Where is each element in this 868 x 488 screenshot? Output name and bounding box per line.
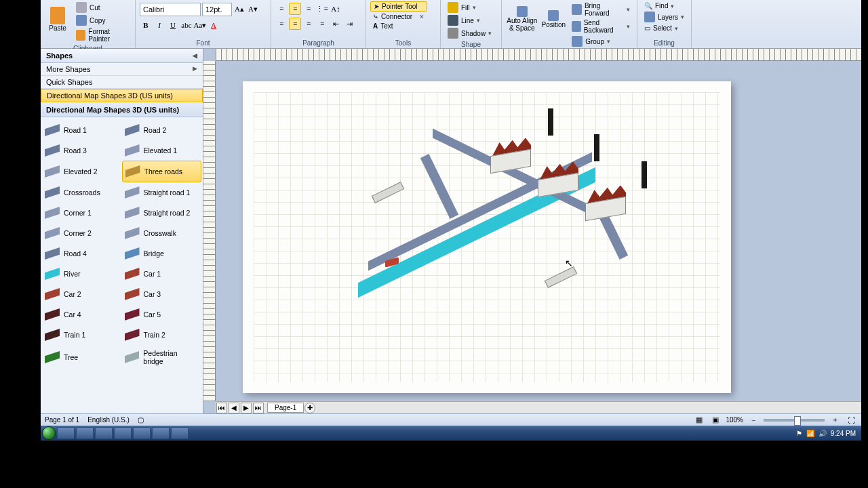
italic-button[interactable]: I (153, 19, 165, 31)
shape-chimney-3[interactable] (642, 161, 647, 188)
taskbar-explorer[interactable] (76, 427, 94, 439)
bold-button[interactable]: B (140, 19, 152, 31)
layers-button[interactable]: Layers▾ (642, 11, 687, 23)
shape-stencil-item[interactable]: Car 1 (122, 264, 202, 284)
shape-stencil-item[interactable]: Road 4 (42, 243, 122, 264)
zoom-in-button[interactable]: ＋ (829, 414, 841, 426)
shape-stencil-item[interactable]: Road 3 (42, 140, 122, 161)
fit-page-button[interactable]: ⛶ (845, 414, 857, 426)
shape-stencil-item[interactable]: Road 2 (122, 120, 202, 140)
text-tool-button[interactable]: AText (370, 22, 427, 30)
canvas-scroll[interactable]: ↖ (216, 61, 861, 401)
paste-button[interactable]: Paste (45, 1, 71, 37)
find-button[interactable]: 🔍Find▾ (642, 1, 687, 10)
indent-inc-button[interactable]: ⇥ (343, 18, 355, 30)
align-bottom-button[interactable]: ≡ (302, 3, 315, 15)
font-size-combo[interactable] (202, 3, 232, 16)
auto-align-button[interactable]: Auto Align & Space (506, 1, 538, 37)
shrink-font-button[interactable]: A▾ (247, 3, 259, 15)
nav-first-button[interactable]: ⏮ (216, 403, 227, 413)
shape-stencil-item[interactable]: Elevated 2 (42, 161, 122, 182)
shape-stencil-item[interactable]: Pedestrian bridge (122, 345, 202, 369)
shape-stencil-item[interactable]: River (42, 264, 122, 284)
taskbar-media[interactable] (95, 427, 113, 439)
cut-button[interactable]: Cut (73, 1, 131, 14)
underline-button[interactable]: U (167, 19, 179, 31)
shape-factory-2[interactable] (538, 176, 578, 194)
group-button[interactable]: Group▾ (569, 35, 633, 47)
shape-stencil-item[interactable]: Elevated 1 (122, 140, 202, 161)
shape-stencil-item[interactable]: Car 2 (42, 284, 122, 304)
shadow-button[interactable]: Shadow▾ (445, 27, 494, 39)
case-button[interactable]: Aa▾ (194, 19, 206, 31)
shape-stencil-item[interactable]: Car 5 (122, 304, 202, 325)
clock[interactable]: 9:24 PM (831, 430, 856, 437)
align-center-button[interactable]: ≡ (289, 18, 301, 30)
shape-factory-3[interactable] (585, 200, 626, 218)
shape-stencil-item[interactable]: Corner 2 (42, 223, 122, 243)
nav-next-button[interactable]: ▶ (241, 403, 252, 413)
quick-shapes-button[interactable]: Quick Shapes (41, 76, 203, 89)
justify-button[interactable]: ≡ (316, 18, 328, 30)
zoom-level[interactable]: 100% (726, 416, 743, 424)
shape-stencil-item[interactable]: Road 1 (42, 120, 122, 140)
zoom-out-button[interactable]: − (747, 414, 760, 426)
shape-stencil-item[interactable]: Bridge (122, 243, 202, 264)
stencil-tab-selected[interactable]: Directional Map Shapes 3D (US units) (41, 89, 203, 102)
zoom-slider[interactable] (764, 419, 825, 422)
tray-icon[interactable]: ⚑ (796, 430, 802, 437)
grow-font-button[interactable]: A▴ (233, 3, 245, 15)
line-button[interactable]: Line▾ (445, 14, 494, 26)
shape-stencil-item[interactable]: Crosswalk (122, 223, 202, 243)
page-tab[interactable]: Page-1 (267, 403, 304, 413)
shape-stencil-item[interactable]: Car 3 (122, 284, 202, 304)
shape-chimney-1[interactable] (548, 108, 553, 136)
taskbar-app2[interactable] (133, 427, 151, 439)
drawing-page[interactable]: ↖ (243, 81, 731, 393)
taskbar-app1[interactable] (114, 427, 132, 439)
view-fullscreen-button[interactable]: ▣ (709, 414, 722, 426)
send-backward-button[interactable]: Send Backward▾ (569, 18, 633, 35)
shape-chimney-2[interactable] (594, 134, 599, 161)
view-normal-button[interactable]: ▦ (693, 414, 705, 426)
stencil-body[interactable]: Road 1Road 2Road 3Elevated 1Elevated 2Th… (41, 117, 203, 413)
shape-stencil-item[interactable]: Crossroads (42, 182, 122, 203)
nav-prev-button[interactable]: ◀ (229, 403, 239, 413)
fill-button[interactable]: Fill▾ (445, 1, 494, 14)
taskbar-visio[interactable] (171, 427, 189, 439)
bring-forward-button[interactable]: Bring Forward▾ (569, 1, 633, 18)
align-middle-button[interactable]: ≡ (289, 3, 301, 15)
more-shapes-button[interactable]: More Shapes▶ (41, 63, 203, 76)
copy-button[interactable]: Copy (73, 14, 131, 26)
shape-stencil-item[interactable]: Car 4 (42, 304, 122, 325)
strike-button[interactable]: abc (180, 19, 193, 31)
nav-last-button[interactable]: ⏭ (253, 403, 264, 413)
align-right-button[interactable]: ≡ (302, 18, 315, 30)
network-icon[interactable]: 📶 (806, 430, 814, 437)
volume-icon[interactable]: 🔊 (818, 430, 827, 437)
close-icon[interactable]: ✕ (419, 14, 425, 20)
font-name-combo[interactable] (140, 3, 201, 16)
ruler-vertical[interactable] (203, 61, 216, 401)
shape-factory-1[interactable] (490, 152, 531, 170)
taskbar-ie[interactable] (57, 427, 75, 439)
new-page-button[interactable]: ✚ (304, 403, 315, 413)
system-tray[interactable]: ⚑ 📶 🔊 9:24 PM (796, 430, 860, 437)
shape-stencil-item[interactable]: Train 2 (122, 325, 202, 345)
shape-stencil-item[interactable]: Corner 1 (42, 203, 122, 223)
indent-dec-button[interactable]: ⇤ (330, 18, 342, 30)
shape-stencil-item[interactable]: Train 1 (42, 325, 122, 345)
shapes-header[interactable]: Shapes◀ (41, 49, 203, 63)
shape-stencil-item[interactable]: Straight road 2 (122, 203, 202, 223)
position-button[interactable]: Position (541, 1, 567, 37)
align-top-button[interactable]: ≡ (275, 3, 288, 15)
connector-tool-button[interactable]: ⤷Connector✕ (370, 12, 427, 21)
bullets-button[interactable]: ⋮≡ (316, 3, 328, 15)
taskbar-app3[interactable] (152, 427, 170, 439)
text-direction-button[interactable]: A↕ (330, 3, 342, 15)
shape-stencil-item[interactable]: Straight road 1 (122, 182, 202, 203)
ruler-horizontal[interactable] (216, 49, 861, 61)
shape-stencil-item[interactable]: Three roads (122, 161, 202, 182)
collapse-icon[interactable]: ◀ (193, 52, 197, 59)
format-painter-button[interactable]: Format Painter (73, 27, 131, 43)
